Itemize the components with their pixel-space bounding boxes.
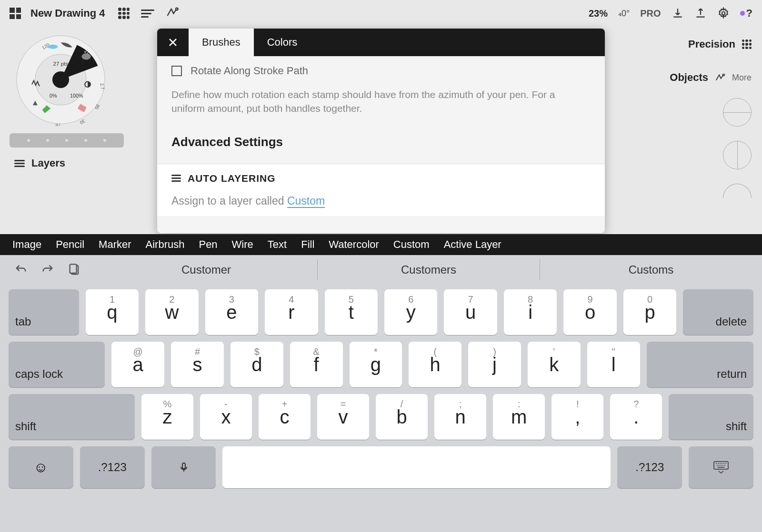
- suggestion-item[interactable]: Pen: [199, 238, 217, 251]
- key-s[interactable]: #s: [171, 342, 224, 387]
- more-link[interactable]: More: [732, 73, 752, 83]
- key-i[interactable]: 8i: [504, 289, 557, 335]
- pro-badge[interactable]: PRO: [640, 8, 661, 19]
- key-p[interactable]: 0p: [623, 289, 676, 335]
- pen-shape-icon[interactable]: [715, 72, 725, 83]
- app-grid-icon[interactable]: [10, 8, 21, 19]
- svg-text:78: 78: [56, 123, 61, 126]
- key-v[interactable]: =v: [317, 394, 369, 440]
- text-suggestion-bar: Image Pencil Marker Airbrush Pen Wire Te…: [0, 234, 762, 255]
- key-r[interactable]: 4r: [265, 289, 318, 335]
- suggestion-item[interactable]: Watercolor: [329, 238, 379, 251]
- suggestion-item[interactable]: Custom: [393, 238, 430, 251]
- suggestion-item[interactable]: Text: [268, 238, 287, 251]
- suggestion-item[interactable]: Pencil: [56, 238, 84, 251]
- tab-brushes[interactable]: Brushes: [189, 29, 254, 56]
- object-preview[interactable]: [723, 141, 752, 169]
- suggestion-item[interactable]: Airbrush: [146, 238, 185, 251]
- key-u[interactable]: 7u: [444, 289, 497, 335]
- key-g[interactable]: *g: [350, 342, 402, 387]
- key-numbers[interactable]: .?123: [617, 446, 682, 488]
- grid-menu-icon[interactable]: [118, 8, 130, 19]
- svg-text:100%: 100%: [70, 93, 83, 99]
- key-shift[interactable]: shift: [669, 394, 753, 440]
- svg-point-18: [722, 74, 724, 76]
- rotate-checkbox-row[interactable]: Rotate Along Stroke Path: [171, 65, 591, 77]
- page-indicator[interactable]: [10, 133, 124, 148]
- key-k[interactable]: 'k: [528, 342, 581, 387]
- modal-header: Brushes Colors: [157, 29, 605, 56]
- key-w[interactable]: 2w: [145, 289, 198, 335]
- checkbox-icon[interactable]: [171, 66, 182, 76]
- key-m[interactable]: :m: [493, 394, 545, 440]
- layer-name-input[interactable]: Custom: [287, 195, 325, 208]
- checkbox-label: Rotate Along Stroke Path: [190, 65, 308, 77]
- zoom-level[interactable]: 23%: [589, 8, 608, 19]
- object-preview[interactable]: [723, 184, 752, 198]
- key-j[interactable]: )j: [468, 342, 521, 387]
- undo-icon[interactable]: [14, 263, 28, 276]
- help-text: Define how much rotation each stamp shou…: [171, 88, 591, 116]
- key-capslock[interactable]: caps lock: [9, 342, 105, 387]
- auto-layering-header[interactable]: AUTO LAYERING: [171, 173, 591, 184]
- key-,[interactable]: !,: [551, 394, 603, 440]
- svg-text:2.7: 2.7: [99, 83, 105, 90]
- layers-button[interactable]: Layers: [14, 157, 65, 169]
- right-panel: Precision Objects More: [670, 38, 752, 198]
- key-microphone[interactable]: [151, 446, 216, 488]
- redo-icon[interactable]: [41, 263, 54, 276]
- key-a[interactable]: @a: [111, 342, 164, 387]
- suggestion-item[interactable]: Fill: [301, 238, 314, 251]
- suggestion-item[interactable]: Image: [12, 238, 41, 251]
- key-d[interactable]: $d: [231, 342, 283, 387]
- key-c[interactable]: +c: [259, 394, 311, 440]
- key-emoji[interactable]: ☺: [9, 446, 73, 488]
- pen-shape-icon[interactable]: [166, 6, 179, 21]
- key-shift[interactable]: shift: [9, 394, 135, 440]
- tab-colors[interactable]: Colors: [254, 29, 311, 56]
- suggestion-item[interactable]: Marker: [99, 238, 131, 251]
- key-e[interactable]: 3e: [205, 289, 258, 335]
- key-z[interactable]: %z: [141, 394, 193, 440]
- document-title[interactable]: New Drawing 4: [30, 7, 105, 20]
- virtual-keyboard: Customer Customers Customs tab 1q2w3e4r5…: [0, 255, 762, 532]
- stroke-lines-icon[interactable]: [141, 10, 154, 18]
- clipboard-icon[interactable]: [68, 263, 81, 276]
- download-icon[interactable]: [672, 7, 684, 20]
- precision-button[interactable]: Precision: [670, 38, 752, 50]
- key-x[interactable]: -x: [200, 394, 252, 440]
- key-return[interactable]: return: [647, 342, 754, 387]
- objects-label[interactable]: Objects: [670, 71, 708, 84]
- key-tab[interactable]: tab: [9, 289, 79, 335]
- key-n[interactable]: ;n: [434, 394, 486, 440]
- suggestion-item[interactable]: Wire: [232, 238, 253, 251]
- rotation-angle[interactable]: ₄0°: [618, 8, 630, 19]
- key-l[interactable]: "l: [587, 342, 640, 387]
- svg-point-14: [81, 53, 91, 60]
- key-t[interactable]: 5t: [325, 289, 378, 335]
- keyboard-prediction[interactable]: Customers: [317, 259, 540, 280]
- key-dismiss-keyboard[interactable]: [689, 446, 753, 488]
- object-preview[interactable]: [723, 98, 752, 127]
- key-y[interactable]: 6y: [384, 289, 437, 335]
- keyboard-prediction[interactable]: Customs: [540, 259, 762, 280]
- key-space[interactable]: [222, 446, 611, 488]
- key-h[interactable]: (h: [409, 342, 461, 387]
- key-q[interactable]: 1q: [86, 289, 139, 335]
- key-o[interactable]: 9o: [563, 289, 616, 335]
- key-numbers[interactable]: .?123: [80, 446, 145, 488]
- brush-radial-wheel[interactable]: 27 pts 120 27 2.7 85 30 78 0% 100%: [14, 33, 107, 126]
- svg-rect-21: [182, 463, 185, 469]
- keyboard-prediction[interactable]: Customer: [95, 259, 317, 280]
- suggestion-item[interactable]: Active Layer: [444, 238, 501, 251]
- key-f[interactable]: &f: [290, 342, 343, 387]
- svg-rect-20: [70, 264, 77, 273]
- upload-icon[interactable]: [694, 7, 707, 20]
- key-b[interactable]: /b: [376, 394, 428, 440]
- close-button[interactable]: [157, 29, 189, 56]
- key-.[interactable]: ?.: [610, 394, 662, 440]
- key-delete[interactable]: delete: [683, 289, 753, 335]
- svg-point-1: [722, 12, 725, 15]
- help-icon[interactable]: ?: [740, 7, 752, 20]
- gear-icon[interactable]: [717, 7, 730, 20]
